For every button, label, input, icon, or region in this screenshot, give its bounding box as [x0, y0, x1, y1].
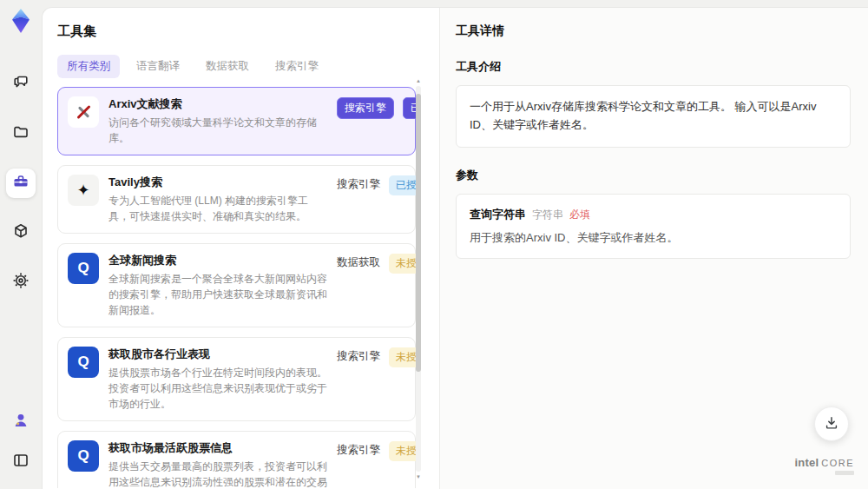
tool-category-label: 搜索引擎 — [337, 175, 380, 194]
person-icon — [12, 412, 30, 433]
tool-list: Arxiv文献搜索访问各个研究领域大量科学论文和文章的存储库。搜索引擎已授权✦T… — [57, 87, 416, 488]
category-tab-0[interactable]: 所有类别 — [57, 55, 120, 78]
tool-status-badge: 未授权 — [389, 347, 416, 367]
tool-description: 访问各个研究领域大量科学论文和文章的存储库。 — [108, 115, 327, 146]
intel-core-logo: intel CORE — [794, 456, 854, 475]
tool-description: 提供当天交易量最高的股票列表，投资者可以利用这些信息来识别流动性强的股票和潜在的… — [108, 459, 327, 488]
scroll-up-arrow[interactable]: ▲ — [415, 77, 422, 84]
collapse-sidebar-button[interactable] — [6, 447, 36, 477]
folder-icon — [12, 123, 30, 144]
tool-description: 提供股票市场各个行业在特定时间段内的表现。投资者可以利用这些信息来识别表现优于或… — [108, 365, 327, 412]
list-scrollbar[interactable]: ▲ ▼ — [415, 77, 422, 480]
arxiv-logo-icon — [68, 96, 99, 128]
intel-wordmark: intel — [794, 456, 819, 469]
tool-status-badge: 已授权 — [403, 97, 416, 119]
page-title: 工具集 — [57, 23, 439, 40]
tool-card-body: 获取市场最活跃股票信息提供当天交易量最高的股票列表，投资者可以利用这些信息来识别… — [108, 440, 327, 488]
scroll-thumb[interactable] — [416, 94, 421, 372]
app-logo — [7, 7, 35, 35]
param-description: 用于搜索的Arxiv ID、关键字或作者姓名。 — [470, 230, 837, 246]
category-tab-1[interactable]: 语言翻译 — [127, 55, 189, 78]
sidebar-nav — [6, 69, 36, 297]
tool-category-label: 搜索引擎 — [337, 347, 380, 366]
tool-card[interactable]: Arxiv文献搜索访问各个研究领域大量科学论文和文章的存储库。搜索引擎已授权 — [57, 87, 416, 155]
sidebar-item-settings[interactable] — [6, 268, 36, 297]
sidebar-item-tools[interactable] — [6, 169, 36, 198]
q-logo-icon: Q — [68, 253, 99, 284]
tool-status-badge: 未授权 — [389, 254, 416, 274]
sidebar — [0, 0, 42, 489]
app-root: 工具集 所有类别语言翻译数据获取搜索引擎 Arxiv文献搜索访问各个研究领域大量… — [0, 0, 868, 489]
tool-meta: 数据获取未授权 — [337, 253, 416, 318]
tool-meta: 搜索引擎未授权 — [337, 440, 416, 488]
user-avatar[interactable] — [6, 407, 36, 437]
details-panel: 工具详情 工具介绍 一个用于从Arxiv存储库搜索科学论文和文章的工具。 输入可… — [439, 8, 868, 489]
tool-meta: 搜索引擎已授权 — [337, 175, 416, 224]
gear-icon — [12, 272, 30, 293]
tool-name: 获取市场最活跃股票信息 — [108, 440, 327, 456]
chat-icon — [12, 74, 30, 95]
scroll-down-arrow[interactable]: ▼ — [415, 473, 422, 480]
tool-name: Arxiv文献搜索 — [108, 96, 327, 112]
tool-status-badge: 未授权 — [389, 441, 416, 461]
param-required-badge: 必填 — [569, 208, 590, 222]
scroll-track[interactable] — [416, 86, 421, 472]
param-type: 字符串 — [532, 208, 563, 222]
tool-description: 全球新闻搜索是一个聚合全球各大新闻网站内容的搜索引擎，帮助用户快速获取全球最新资… — [108, 271, 327, 318]
q-logo-icon: Q — [68, 347, 99, 378]
tool-description: 专为人工智能代理 (LLM) 构建的搜索引擎工具，可快速提供实时、准确和真实的结… — [108, 193, 327, 224]
tool-card-body: 全球新闻搜索全球新闻搜索是一个聚合全球各大新闻网站内容的搜索引擎，帮助用户快速获… — [108, 253, 327, 318]
tool-meta: 搜索引擎未授权 — [337, 347, 416, 412]
tool-name: 获取股市各行业表现 — [108, 347, 327, 362]
tool-meta: 搜索引擎已授权 — [337, 96, 416, 146]
tool-category-label: 搜索引擎 — [337, 97, 394, 119]
tool-category-label: 搜索引擎 — [337, 441, 380, 459]
core-wordmark: CORE — [821, 458, 854, 468]
panel-toggle-icon — [12, 452, 30, 472]
cube-icon — [12, 222, 30, 243]
param-name: 查询字符串 — [470, 207, 526, 222]
main-panel: 工具集 所有类别语言翻译数据获取搜索引擎 Arxiv文献搜索访问各个研究领域大量… — [42, 7, 868, 489]
tool-card-body: 获取股市各行业表现提供股票市场各个行业在特定时间段内的表现。投资者可以利用这些信… — [108, 347, 327, 412]
category-tab-2[interactable]: 数据获取 — [196, 55, 259, 78]
tool-card-body: Arxiv文献搜索访问各个研究领域大量科学论文和文章的存储库。 — [108, 96, 327, 146]
tool-card[interactable]: ✦Tavily搜索专为人工智能代理 (LLM) 构建的搜索引擎工具，可快速提供实… — [57, 165, 416, 234]
download-icon — [824, 415, 839, 433]
sidebar-item-files[interactable] — [6, 119, 36, 149]
intro-text: 一个用于从Arxiv存储库搜索科学论文和文章的工具。 输入可以是Arxiv ID… — [470, 98, 837, 135]
param-box: 查询字符串 字符串 必填 用于搜索的Arxiv ID、关键字或作者姓名。 — [456, 194, 851, 259]
details-title: 工具详情 — [456, 23, 851, 39]
tool-status-badge: 已授权 — [389, 175, 416, 195]
tool-card-body: Tavily搜索专为人工智能代理 (LLM) 构建的搜索引擎工具，可快速提供实时… — [108, 175, 327, 224]
tools-column: 工具集 所有类别语言翻译数据获取搜索引擎 Arxiv文献搜索访问各个研究领域大量… — [43, 8, 439, 489]
sparkle-icon: ✦ — [68, 175, 99, 206]
params-heading: 参数 — [456, 168, 851, 183]
sidebar-item-chat[interactable] — [6, 69, 36, 99]
intro-box: 一个用于从Arxiv存储库搜索科学论文和文章的工具。 输入可以是Arxiv ID… — [456, 85, 851, 148]
tool-category-label: 数据获取 — [337, 254, 380, 272]
intro-heading: 工具介绍 — [456, 59, 851, 75]
q-logo-icon: Q — [68, 440, 99, 472]
intel-core-sub-mark — [835, 471, 854, 475]
sidebar-item-models[interactable] — [6, 218, 36, 248]
tool-name: Tavily搜索 — [108, 175, 327, 190]
tool-card[interactable]: Q获取市场最活跃股票信息提供当天交易量最高的股票列表，投资者可以利用这些信息来识… — [57, 431, 416, 488]
param-head: 查询字符串 字符串 必填 — [470, 207, 837, 222]
download-button[interactable] — [814, 406, 849, 441]
tool-name: 全球新闻搜索 — [108, 253, 327, 268]
category-tabs: 所有类别语言翻译数据获取搜索引擎 — [57, 55, 439, 78]
sidebar-bottom — [0, 407, 42, 477]
tool-card[interactable]: Q全球新闻搜索全球新闻搜索是一个聚合全球各大新闻网站内容的搜索引擎，帮助用户快速… — [57, 243, 416, 327]
toolbox-icon — [12, 173, 30, 194]
category-tab-3[interactable]: 搜索引擎 — [266, 55, 328, 78]
tool-card[interactable]: Q获取股市各行业表现提供股票市场各个行业在特定时间段内的表现。投资者可以利用这些… — [57, 337, 416, 421]
